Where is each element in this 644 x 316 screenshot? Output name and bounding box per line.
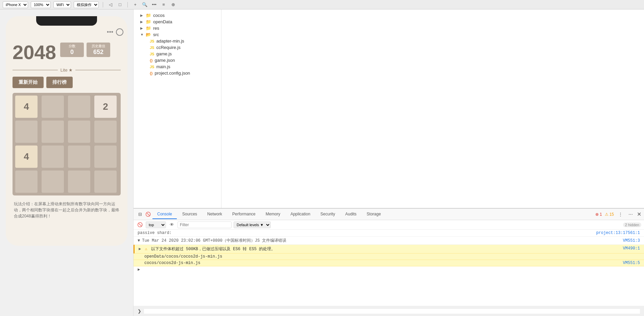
camera-dots-icon: ••• bbox=[107, 29, 113, 36]
context-select[interactable]: top bbox=[146, 221, 166, 228]
js-icon-ccrequire: JS bbox=[150, 46, 154, 50]
tab-performance[interactable]: Performance bbox=[228, 210, 260, 219]
device-select[interactable]: iPhone X bbox=[3, 1, 28, 8]
grid-cell-13 bbox=[42, 170, 64, 193]
console-row-file2: cocos/cocos2d-js-min.js VM551:5 bbox=[134, 260, 644, 266]
timestamp-link[interactable]: VM551:3 bbox=[623, 238, 640, 243]
tab-console[interactable]: Console bbox=[152, 210, 177, 219]
tree-label-gamejs: game.js bbox=[156, 51, 172, 56]
console-toolbar: 🚫 top 👁 Default levels ▼ 2 hidden bbox=[134, 220, 644, 230]
tab-sources[interactable]: Sources bbox=[177, 210, 202, 219]
tree-label-gamejson: game.json bbox=[155, 58, 175, 63]
passive-link[interactable]: project:13:17561:1 bbox=[596, 231, 640, 235]
tree-arrow-res: ▶ bbox=[140, 26, 144, 30]
camera-circle-icon bbox=[116, 28, 123, 36]
devtools-more-btn[interactable]: ⋯ bbox=[627, 211, 634, 218]
grid-cell-6 bbox=[68, 121, 90, 143]
console-content: passive shard: project:13:17561:1 ▼ Tue … bbox=[134, 230, 644, 306]
tree-label-opendata: openData bbox=[153, 19, 172, 24]
rank-button[interactable]: 排行榜 bbox=[46, 77, 73, 88]
game-description: 玩法介绍：在屏幕上滑动来控制所有数字块向同一方向运动，两个相同数字块撞在一起之后… bbox=[13, 201, 121, 219]
tree-item-cocos[interactable]: ▶ 📁 cocos bbox=[134, 12, 221, 19]
tree-arrow-cocos: ▶ bbox=[140, 14, 144, 17]
best-box: 历史最佳 652 bbox=[87, 43, 110, 57]
tree-label-mainjs: main.js bbox=[156, 64, 170, 69]
js-icon-gamejs: JS bbox=[150, 52, 154, 56]
tree-item-projectconfig[interactable]: {} project.config.json bbox=[134, 70, 221, 76]
tree-item-ccrequire[interactable]: JS ccRequire.js bbox=[134, 44, 221, 51]
warn-link[interactable]: VM490:1 bbox=[623, 246, 640, 251]
console-ban-btn[interactable]: 🚫 bbox=[136, 221, 144, 229]
tree-label-projectconfig: project.config.json bbox=[155, 71, 190, 76]
tree-label-src: src bbox=[153, 32, 159, 37]
timestamp-arrow[interactable]: ▼ bbox=[138, 238, 140, 243]
phone-content: 2048 分数 0 历史最佳 652 Lite ★ bbox=[6, 37, 127, 225]
tree-item-mainjs[interactable]: JS main.js bbox=[134, 63, 221, 70]
file2-text: cocos/cocos2d-js-min.js bbox=[144, 261, 200, 265]
warn-triangle-icon: ⚠ bbox=[145, 247, 147, 252]
console-row-warn: ► ⚠ 以下文件体积超过 500KB，已做过压缩以及 ES6 转 ES5 的处理… bbox=[134, 245, 644, 254]
more-options-btn[interactable]: ••• bbox=[151, 1, 158, 8]
folder-icon-opendata: 📁 bbox=[146, 19, 151, 24]
back-icon-btn[interactable]: ◁ bbox=[107, 1, 114, 8]
forward-icon-btn[interactable]: □ bbox=[117, 1, 123, 8]
console-input-row: ❯ bbox=[134, 306, 644, 316]
restart-button[interactable]: 重新开始 bbox=[13, 77, 44, 88]
grid-cell-15 bbox=[94, 170, 117, 193]
tab-application[interactable]: Application bbox=[286, 210, 315, 219]
grid-cell-11 bbox=[94, 146, 117, 168]
right-side: ▶ 📁 cocos ▶ 📁 openData ▶ 📁 res bbox=[134, 9, 644, 316]
zoom-select[interactable]: 100% bbox=[31, 1, 51, 8]
devtools-close-btn[interactable]: ✕ bbox=[637, 211, 641, 217]
toolbar-divider-2 bbox=[127, 2, 128, 7]
tab-storage[interactable]: Storage bbox=[362, 210, 386, 219]
console-row-timestamp: ▼ Tue Mar 24 2020 23:02:06 GMT+0800（中国标准… bbox=[134, 237, 644, 245]
grid-cell-1 bbox=[42, 96, 64, 118]
score-box: 分数 0 bbox=[60, 43, 84, 57]
warn-expand-arrow[interactable]: ► bbox=[139, 247, 141, 252]
console-row-passive: passive shard: project:13:17561:1 bbox=[134, 230, 644, 237]
lite-line-left bbox=[13, 70, 58, 70]
devtools-clear-btn[interactable]: 🚫 bbox=[144, 211, 152, 218]
tree-label-adapter: adapter-min.js bbox=[156, 38, 184, 44]
devtools-panel: ⊟ 🚫 Console Sources Network Performance … bbox=[134, 208, 644, 316]
simulator-panel: ••• 2048 分数 0 历史最佳 652 bbox=[0, 9, 134, 316]
mode-select[interactable]: 模拟操作 bbox=[74, 1, 99, 8]
editor-panel bbox=[221, 9, 644, 208]
camera-area: ••• bbox=[6, 26, 127, 37]
tree-item-adapter-min[interactable]: JS adapter-min.js bbox=[134, 38, 221, 44]
folder-icon-cocos: 📁 bbox=[146, 13, 151, 18]
network-select[interactable]: WiFi bbox=[53, 1, 71, 8]
error-count: 1 bbox=[600, 212, 602, 217]
console-eye-btn[interactable]: 👁 bbox=[168, 221, 175, 229]
console-input[interactable] bbox=[144, 309, 640, 314]
console-filter-input[interactable] bbox=[177, 221, 232, 228]
file2-link[interactable]: VM551:5 bbox=[623, 261, 640, 265]
grid-cell-5 bbox=[42, 121, 64, 143]
add-breakpoint-btn[interactable]: ⊕ bbox=[170, 1, 176, 8]
devtools-toggle-btn[interactable]: ⊟ bbox=[136, 211, 144, 218]
tree-label-res: res bbox=[153, 26, 159, 31]
error-icon: ⊗ bbox=[595, 212, 599, 217]
search-icon-btn[interactable]: 🔍 bbox=[141, 1, 148, 8]
add-tab-btn[interactable]: + bbox=[132, 1, 139, 8]
main-wrapper: ••• 2048 分数 0 历史最佳 652 bbox=[0, 9, 644, 316]
tree-label-ccrequire: ccRequire.js bbox=[156, 45, 181, 50]
grid-cell-8: 4 bbox=[15, 146, 38, 168]
tab-audits[interactable]: Audits bbox=[340, 210, 361, 219]
tree-item-opendata[interactable]: ▶ 📁 openData bbox=[134, 19, 221, 25]
tree-item-gamejs[interactable]: JS game.js bbox=[134, 51, 221, 57]
log-level-select[interactable]: Default levels ▼ bbox=[234, 221, 271, 228]
list-view-btn[interactable]: ≡ bbox=[160, 1, 167, 8]
devtools-settings-btn[interactable]: ⋮ bbox=[617, 211, 624, 218]
grid-cell-3: 2 bbox=[94, 96, 117, 118]
tree-item-res[interactable]: ▶ 📁 res bbox=[134, 25, 221, 31]
editor-content bbox=[221, 9, 644, 208]
tab-network[interactable]: Network bbox=[202, 210, 227, 219]
expand-arrow[interactable]: ► bbox=[138, 267, 140, 272]
tree-item-gamejson[interactable]: {} game.json bbox=[134, 57, 221, 63]
tree-item-src[interactable]: ▼ 📂 src bbox=[134, 31, 221, 38]
tab-memory[interactable]: Memory bbox=[261, 210, 285, 219]
grid-cell-0: 4 bbox=[15, 96, 38, 118]
tab-security[interactable]: Security bbox=[316, 210, 340, 219]
